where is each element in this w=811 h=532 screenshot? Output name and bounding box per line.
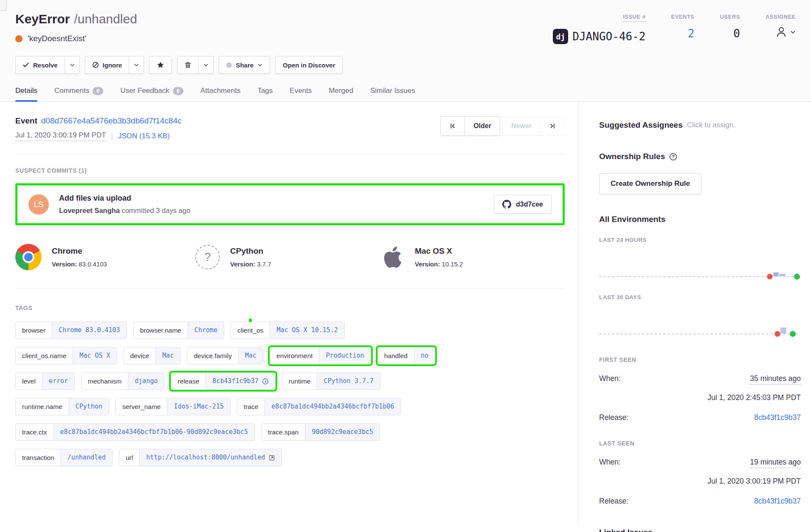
tag-handled[interactable]: handledno bbox=[377, 347, 435, 364]
delete-dropdown-button[interactable] bbox=[198, 56, 213, 73]
commit-author-avatar: LS bbox=[28, 194, 49, 215]
tab-attachments[interactable]: Attachments bbox=[200, 87, 241, 101]
tag-runtime-name[interactable]: runtime.nameCPython bbox=[15, 398, 109, 415]
first-seen-date: Jul 1, 2020 2:45:03 PM PDT bbox=[599, 393, 801, 402]
external-link-icon[interactable] bbox=[268, 454, 275, 461]
newer-event-button[interactable]: Newer bbox=[503, 117, 540, 135]
tab-label: User Feedback bbox=[120, 87, 169, 95]
tag-value[interactable]: Mac OS X bbox=[73, 347, 116, 364]
tab-similar-issues[interactable]: Similar Issues bbox=[370, 87, 415, 101]
tag-trace-ctx[interactable]: trace.ctxe8c87ba1dc494bb2a4346bcfbf7b1b0… bbox=[15, 423, 255, 441]
corner-artifact bbox=[0, 0, 7, 11]
tag-value[interactable]: 90d892c9eace3bc5 bbox=[305, 424, 380, 440]
tag-runtime[interactable]: runtimeCPython 3.7.7 bbox=[282, 372, 380, 390]
click-to-assign-hint: Click to assign bbox=[687, 121, 734, 129]
tag-value[interactable]: Chrome 83.0.4103 bbox=[52, 322, 127, 339]
tag-value[interactable]: 8cb43f1c9b37 bbox=[206, 373, 275, 389]
tag-value[interactable]: e8c87ba1dc494bb2a4346bcfbf7b1b06-90d892c… bbox=[54, 424, 255, 440]
tag-device-family[interactable]: device.familyMac bbox=[187, 347, 263, 364]
tab-tags[interactable]: Tags bbox=[257, 87, 273, 101]
delete-button[interactable] bbox=[177, 56, 198, 73]
django-project-icon: dj bbox=[553, 29, 568, 44]
tag-key: server_name bbox=[116, 398, 167, 415]
tag-value[interactable]: CPython 3.7.7 bbox=[317, 373, 380, 389]
tab-merged[interactable]: Merged bbox=[329, 87, 353, 101]
tag-value[interactable]: CPython bbox=[69, 398, 109, 415]
context-name: CPython bbox=[230, 246, 271, 256]
users-count[interactable]: 0 bbox=[720, 27, 740, 40]
tag-value[interactable]: no bbox=[414, 347, 435, 364]
ignore-dropdown-button[interactable] bbox=[129, 56, 144, 73]
tag-value[interactable]: Mac OS X 10.15.2 bbox=[270, 322, 344, 339]
assignee-selector[interactable] bbox=[766, 25, 796, 38]
info-icon[interactable] bbox=[262, 378, 269, 385]
tag-server-name[interactable]: server_nameIdos-iMac-215 bbox=[115, 398, 231, 415]
tag-row: client_os.nameMac OS XdeviceMacdevice.fa… bbox=[15, 347, 565, 364]
tag-value[interactable]: Mac bbox=[155, 347, 180, 364]
all-environments-title: All Environments bbox=[599, 215, 801, 224]
release-label: Release: bbox=[599, 497, 628, 506]
resolve-button[interactable]: Resolve bbox=[16, 56, 65, 73]
share-button[interactable]: Share bbox=[219, 56, 270, 74]
tag-browser[interactable]: browserChrome 83.0.4103 bbox=[15, 322, 127, 339]
tab-label: Details bbox=[15, 87, 37, 95]
tag-browser-name[interactable]: browser.nameChrome bbox=[133, 322, 225, 339]
tag-value[interactable]: error bbox=[42, 373, 74, 389]
stat-assignee: ASSIGNEE bbox=[766, 13, 796, 44]
chevron-down-icon bbox=[257, 62, 262, 67]
tab-comments[interactable]: Comments0 bbox=[54, 87, 103, 101]
event-timestamp: Jul 1, 2020 3:00:19 PM PDT bbox=[15, 131, 106, 141]
tag-trace-span[interactable]: trace.span90d892c9eace3bc5 bbox=[261, 423, 380, 441]
tag-client-os[interactable]: client_osMac OS X 10.15.2 bbox=[231, 322, 345, 339]
last-seen-release-link[interactable]: 8cb43f1c9b37 bbox=[754, 497, 801, 506]
help-circle-icon[interactable]: ? bbox=[669, 153, 677, 161]
tag-mechanism[interactable]: mechanismdjango bbox=[81, 372, 164, 390]
tab-user-feedback[interactable]: User Feedback0 bbox=[120, 87, 183, 101]
ban-icon bbox=[92, 62, 99, 68]
bookmark-star-button[interactable] bbox=[149, 56, 172, 74]
tag-client-os-name[interactable]: client_os.nameMac OS X bbox=[15, 347, 117, 364]
create-ownership-rule-button[interactable]: Create Ownership Rule bbox=[599, 173, 701, 194]
event-json-link[interactable]: JSON (15.3 KB) bbox=[118, 132, 170, 140]
first-seen-release-link[interactable]: 8cb43f1c9b37 bbox=[754, 413, 801, 422]
tab-details[interactable]: Details bbox=[15, 87, 37, 101]
tag-key: transaction bbox=[16, 449, 61, 466]
page-title: KeyError/unhandled bbox=[15, 12, 137, 26]
latest-event-button[interactable] bbox=[540, 117, 564, 135]
tag-device[interactable]: deviceMac bbox=[124, 347, 181, 364]
tag-trace[interactable]: tracee8c87ba1dc494bb2a4346bcfbf7b1b06 bbox=[237, 398, 401, 415]
tag-value[interactable]: /unhandled bbox=[61, 449, 112, 466]
github-icon bbox=[502, 200, 511, 209]
events-label: EVENTS bbox=[671, 14, 695, 20]
ignore-button[interactable]: Ignore bbox=[85, 56, 129, 73]
tag-value[interactable]: django bbox=[128, 373, 164, 389]
tag-release[interactable]: release8cb43f1c9b37 bbox=[171, 372, 275, 390]
open-in-discover-button[interactable]: Open in Discover bbox=[275, 56, 343, 74]
oldest-event-button[interactable] bbox=[441, 117, 465, 135]
tab-label: Events bbox=[290, 87, 312, 95]
tag-environment[interactable]: environmentProduction bbox=[270, 347, 371, 364]
tab-events[interactable]: Events bbox=[290, 87, 312, 101]
error-level-dot bbox=[15, 35, 23, 42]
tab-count-badge: 0 bbox=[93, 87, 103, 95]
tag-value[interactable]: Chrome bbox=[188, 322, 224, 339]
older-event-button[interactable]: Older bbox=[465, 117, 500, 135]
release-marker-red bbox=[774, 331, 780, 337]
commit-sha-button[interactable]: d3d7cee bbox=[494, 195, 552, 214]
tag-transaction[interactable]: transaction/unhandled bbox=[15, 449, 113, 466]
context-version: 83.0.4103 bbox=[79, 260, 107, 268]
events-count[interactable]: 2 bbox=[671, 27, 695, 40]
tag-value[interactable]: Mac bbox=[238, 347, 263, 364]
divider bbox=[15, 154, 565, 154]
issue-short-id: DJANGO-46-2 bbox=[572, 30, 645, 43]
event-id-link[interactable]: d08d7667e4a5476eb3b3db6d7f14c84c bbox=[41, 116, 182, 125]
event-nav-enabled-group: Older bbox=[440, 116, 500, 136]
tag-url[interactable]: urlhttp://localhost:8000/unhandled bbox=[119, 449, 282, 466]
tag-value[interactable]: http://localhost:8000/unhandled bbox=[139, 449, 282, 466]
tag-level[interactable]: levelerror bbox=[15, 372, 75, 390]
resolve-dropdown-button[interactable] bbox=[65, 56, 79, 73]
tag-value[interactable]: Production bbox=[319, 347, 370, 364]
tag-value[interactable]: Idos-iMac-215 bbox=[167, 398, 230, 415]
tag-key: device bbox=[124, 347, 156, 364]
tag-value[interactable]: e8c87ba1dc494bb2a4346bcfbf7b1b06 bbox=[265, 398, 400, 415]
